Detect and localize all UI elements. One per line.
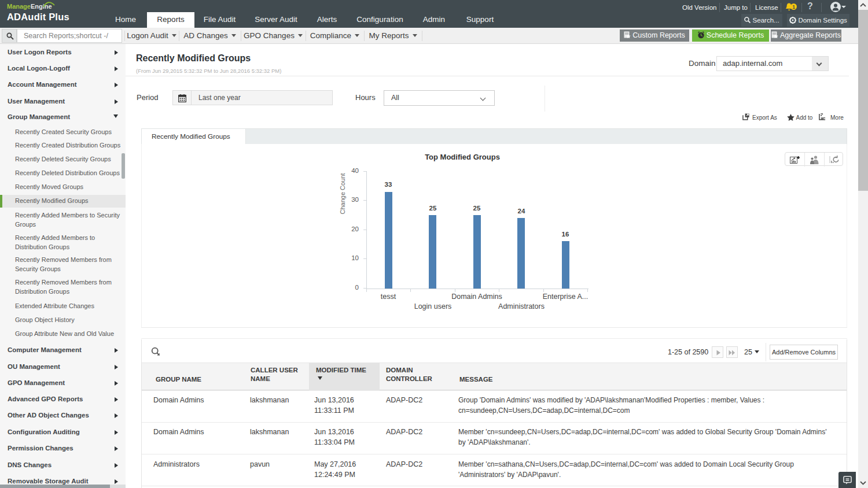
- svg-text:1: 1: [792, 4, 795, 10]
